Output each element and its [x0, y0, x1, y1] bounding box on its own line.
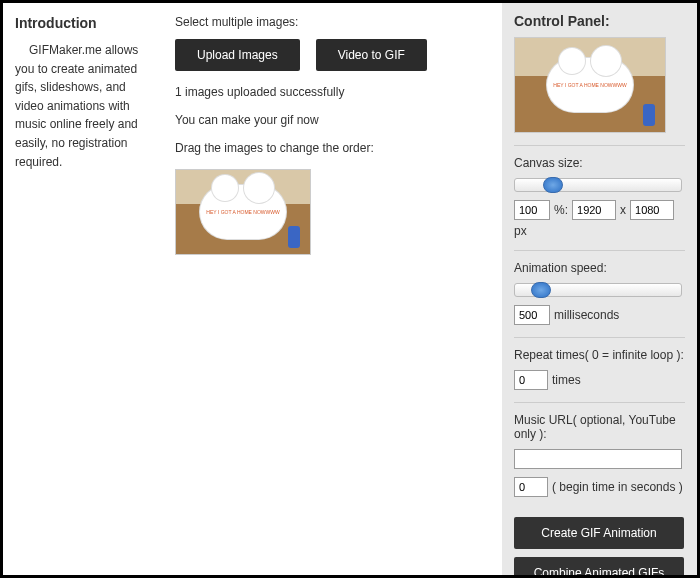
- slider-thumb[interactable]: [531, 282, 551, 298]
- x-label: x: [620, 203, 626, 217]
- control-panel: Control Panel: HEY I GOT A HOME NOWWWW C…: [502, 3, 697, 575]
- select-images-label: Select multiple images:: [175, 15, 488, 29]
- music-section: Music URL( optional, YouTube only ): ( b…: [514, 402, 685, 509]
- uploaded-image-thumb[interactable]: HEY I GOT A HOME NOWWWW: [175, 169, 311, 255]
- cloud-icon: HEY I GOT A HOME NOWWWW: [547, 58, 633, 112]
- preview-image: HEY I GOT A HOME NOWWWW: [514, 37, 666, 133]
- canvas-size-slider[interactable]: [514, 178, 682, 192]
- intro-sidebar: Introduction GIFMaker.me allows you to c…: [3, 3, 161, 575]
- canvas-percent-input[interactable]: [514, 200, 550, 220]
- intro-heading: Introduction: [15, 15, 151, 31]
- create-gif-button[interactable]: Create GIF Animation: [514, 517, 684, 549]
- video-to-gif-button[interactable]: Video to GIF: [316, 39, 427, 71]
- control-panel-heading: Control Panel:: [514, 13, 685, 29]
- music-url-input[interactable]: [514, 449, 682, 469]
- figure-icon: [288, 226, 300, 248]
- slider-thumb[interactable]: [543, 177, 563, 193]
- px-label: px: [514, 224, 527, 238]
- main-area: Select multiple images: Upload Images Vi…: [161, 3, 502, 575]
- animation-speed-slider[interactable]: [514, 283, 682, 297]
- animation-speed-section: Animation speed: milliseconds: [514, 250, 685, 337]
- music-label: Music URL( optional, YouTube only ):: [514, 413, 685, 441]
- music-begin-input[interactable]: [514, 477, 548, 497]
- upload-success-message: 1 images uploaded successfully: [175, 85, 488, 99]
- drag-instruction: Drag the images to change the order:: [175, 141, 488, 155]
- speed-unit: milliseconds: [554, 308, 619, 322]
- music-begin-label: ( begin time in seconds ): [552, 480, 683, 494]
- intro-body: GIFMaker.me allows you to create animate…: [15, 41, 151, 171]
- speed-input[interactable]: [514, 305, 550, 325]
- repeat-input[interactable]: [514, 370, 548, 390]
- upload-images-button[interactable]: Upload Images: [175, 39, 300, 71]
- animation-speed-label: Animation speed:: [514, 261, 685, 275]
- repeat-section: Repeat times( 0 = infinite loop ): times: [514, 337, 685, 402]
- combine-gifs-button[interactable]: Combine Animated GIFs: [514, 557, 684, 575]
- canvas-width-input[interactable]: [572, 200, 616, 220]
- cloud-icon: HEY I GOT A HOME NOWWWW: [200, 185, 286, 239]
- canvas-size-label: Canvas size:: [514, 156, 685, 170]
- canvas-size-section: Canvas size: %: x px: [514, 145, 685, 250]
- repeat-unit: times: [552, 373, 581, 387]
- canvas-height-input[interactable]: [630, 200, 674, 220]
- figure-icon: [643, 104, 655, 126]
- ready-message: You can make your gif now: [175, 113, 488, 127]
- percent-suffix: %:: [554, 203, 568, 217]
- repeat-label: Repeat times( 0 = infinite loop ):: [514, 348, 685, 362]
